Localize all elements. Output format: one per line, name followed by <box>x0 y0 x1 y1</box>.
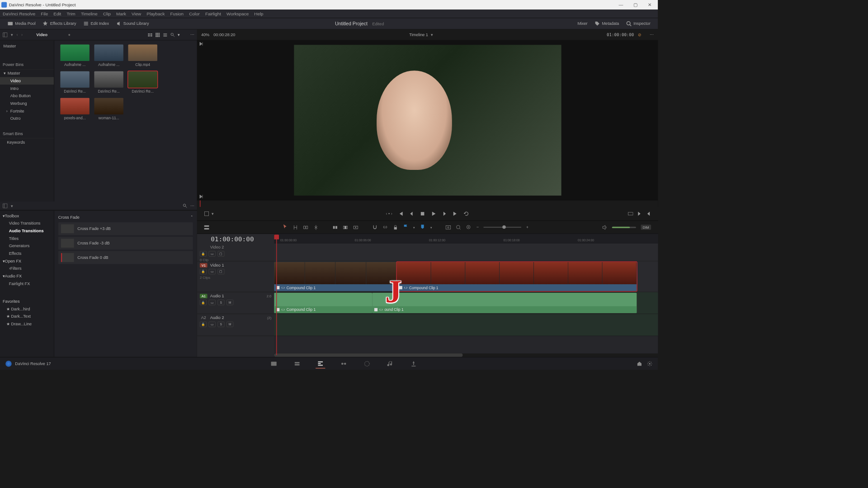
page-fairlight[interactable] <box>386 359 395 368</box>
mixer-toggle[interactable]: Mixer <box>566 19 591 28</box>
lock-track-icon[interactable]: 🔒 <box>200 322 207 327</box>
goto-next-icon[interactable] <box>637 211 642 216</box>
solo-button[interactable]: S <box>217 322 224 327</box>
step-next-icon[interactable] <box>199 195 203 199</box>
fairlight-fx[interactable]: Fairlight FX <box>0 280 54 287</box>
edit-index-toggle[interactable]: Edit Index <box>80 19 112 28</box>
fav-item[interactable]: ★ Draw...Line <box>0 320 54 328</box>
blade-tool-icon[interactable] <box>313 225 319 230</box>
insert-clip-icon[interactable] <box>332 225 338 230</box>
play-button[interactable] <box>431 211 436 216</box>
auto-select-icon[interactable]: ▭ <box>209 300 216 305</box>
openfx-header[interactable]: ▾Open FX <box>0 257 54 265</box>
viewer-scrub[interactable] <box>197 200 658 207</box>
tree-abo[interactable]: Abo Button <box>0 92 54 100</box>
menu-playback[interactable]: Playback <box>146 11 165 16</box>
video2-track[interactable] <box>274 244 658 261</box>
view-list-icon[interactable] <box>163 33 168 38</box>
filters[interactable]: ›Filters <box>0 265 54 272</box>
menu-timeline[interactable]: Timeline <box>81 11 98 16</box>
viewer[interactable] <box>197 40 658 200</box>
view-cards-icon[interactable] <box>148 33 153 38</box>
menu-fairlight[interactable]: Fairlight <box>205 11 221 16</box>
dynamic-trim-icon[interactable] <box>303 225 308 230</box>
more-icon[interactable]: ⋯ <box>190 203 194 208</box>
media-thumb[interactable]: Aufnahme ... <box>94 45 123 67</box>
toolbox-header[interactable]: ▾Toolbox <box>0 212 54 220</box>
auto-select-icon[interactable]: ▭ <box>209 269 216 274</box>
search-icon[interactable] <box>170 33 175 38</box>
more-icon[interactable]: ⋯ <box>190 33 194 38</box>
page-color[interactable] <box>362 359 372 368</box>
video-clip[interactable]: Compound Clip 1 <box>274 262 396 291</box>
video1-header[interactable]: V1Video 1 🔒▭▢ 2 Clips <box>197 261 274 292</box>
audio-transitions[interactable]: Audio Transitions <box>0 227 54 235</box>
video-clip[interactable]: Compound Clip 1 <box>397 262 637 291</box>
zoom-in[interactable]: + <box>526 225 528 230</box>
audio2-track[interactable] <box>274 314 658 336</box>
nav-fwd[interactable]: › <box>21 33 23 38</box>
menu-workspace[interactable]: Workspace <box>226 11 249 16</box>
loop-button[interactable] <box>464 211 469 216</box>
chevron-down-icon[interactable]: ▾ <box>413 225 415 229</box>
media-pool-toggle[interactable]: Media Pool <box>4 19 39 28</box>
audio2-header[interactable]: A2Audio 2(2) 🔒▭SM <box>197 314 274 336</box>
mute-button[interactable]: M <box>226 300 233 305</box>
playhead-indicator[interactable] <box>200 200 201 206</box>
search-icon[interactable] <box>183 203 188 208</box>
speaker-icon[interactable] <box>602 225 607 230</box>
minimize-button[interactable]: — <box>614 1 627 9</box>
timeline-name[interactable]: Timeline 1 <box>409 33 428 38</box>
overwrite-clip-icon[interactable] <box>343 225 348 230</box>
timeline-area[interactable]: 01:00:00:00 01:00:06:00 01:00:12:00 01:0… <box>274 234 658 357</box>
chevron-down-icon[interactable]: ▾ <box>431 33 433 38</box>
tree-fortnite[interactable]: ›Fortnite <box>0 107 54 115</box>
tree-intro[interactable]: Intro <box>0 84 54 92</box>
menu-file[interactable]: File <box>41 11 48 16</box>
generators[interactable]: Generators <box>0 242 54 250</box>
dim-button[interactable]: DIM <box>641 225 651 230</box>
link-icon[interactable] <box>382 225 388 230</box>
page-media[interactable] <box>269 359 278 368</box>
media-thumb[interactable]: DaVinci Re... <box>60 71 89 94</box>
media-thumb[interactable]: woman-11... <box>94 98 123 120</box>
detail-zoom-icon[interactable] <box>456 225 461 230</box>
menu-clip[interactable]: Clip <box>103 11 111 16</box>
chevron-down-icon[interactable]: ▾ <box>430 225 432 229</box>
fx-item[interactable]: Cross Fade 0 dB <box>58 251 193 264</box>
tree-keywords[interactable]: Keywords <box>0 138 54 146</box>
match-frame-prev[interactable]: ‹ • › <box>386 211 392 216</box>
bypass-grade-icon[interactable]: ⊘ <box>638 33 642 38</box>
replace-clip-icon[interactable] <box>353 225 359 230</box>
metadata-toggle[interactable]: Metadata <box>591 19 623 28</box>
video-transitions[interactable]: Video Transitions <box>0 220 54 227</box>
maximize-button[interactable]: ▢ <box>628 1 642 9</box>
home-icon[interactable] <box>637 361 642 366</box>
next-frame-button[interactable] <box>442 211 447 216</box>
tree-video[interactable]: Video <box>0 77 54 85</box>
effects-library-toggle[interactable]: Effects Library <box>39 19 80 28</box>
menu-color[interactable]: Color <box>189 11 200 16</box>
menu-edit[interactable]: Edit <box>53 11 61 16</box>
auto-select-icon[interactable]: ▭ <box>209 322 216 327</box>
timeline-ruler[interactable]: 01:00:00:00 01:00:06:00 01:00:12:00 01:0… <box>274 234 658 244</box>
audio-clip[interactable]: Compound Clip 1 <box>274 293 372 313</box>
goto-prev-icon[interactable] <box>646 211 651 216</box>
page-cut[interactable] <box>292 359 302 368</box>
zoom-percent[interactable]: 40% <box>201 33 209 38</box>
menu-davinci[interactable]: DaVinci Resolve <box>3 11 35 16</box>
titles[interactable]: Titles <box>0 235 54 242</box>
step-next-icon[interactable] <box>199 42 203 46</box>
fx-item[interactable]: Cross Fade -3 dB <box>58 237 193 250</box>
zoom-to-fit-icon[interactable] <box>446 225 451 230</box>
media-thumb[interactable]: Aufnahme ... <box>60 45 89 67</box>
tree-werbung[interactable]: Werbung <box>0 100 54 108</box>
menu-help[interactable]: Help <box>254 11 263 16</box>
chevron-down-icon[interactable]: ▾ <box>212 211 214 216</box>
volume-slider[interactable] <box>612 226 636 228</box>
chevron-down-icon[interactable]: ▾ <box>11 203 13 208</box>
gear-icon[interactable] <box>647 361 652 366</box>
prev-frame-button[interactable] <box>409 211 414 216</box>
crop-icon[interactable] <box>204 211 209 216</box>
fx-item[interactable]: Cross Fade +3 dB <box>58 222 193 235</box>
